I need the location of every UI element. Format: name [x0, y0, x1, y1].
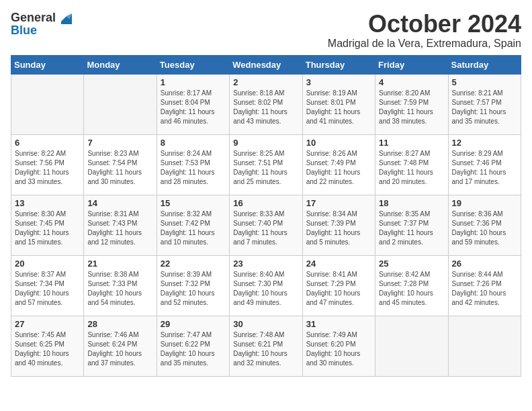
day-number: 13 [15, 198, 80, 208]
calendar-cell: 27Sunrise: 7:45 AMSunset: 6:25 PMDayligh… [11, 316, 84, 376]
calendar-cell: 5Sunrise: 8:21 AMSunset: 7:57 PMDaylight… [448, 74, 521, 134]
day-info: Sunrise: 8:25 AMSunset: 7:51 PMDaylight:… [233, 149, 298, 187]
day-number: 26 [452, 259, 517, 269]
day-number: 21 [87, 259, 152, 269]
calendar-cell: 28Sunrise: 7:46 AMSunset: 6:24 PMDayligh… [84, 316, 157, 376]
day-number: 2 [233, 77, 298, 87]
calendar-cell: 4Sunrise: 8:20 AMSunset: 7:59 PMDaylight… [375, 74, 448, 134]
calendar-week-row: 1Sunrise: 8:17 AMSunset: 8:04 PMDaylight… [11, 74, 521, 134]
calendar-cell: 26Sunrise: 8:44 AMSunset: 7:26 PMDayligh… [448, 255, 521, 316]
calendar-cell: 14Sunrise: 8:31 AMSunset: 7:43 PMDayligh… [84, 195, 157, 255]
calendar-cell: 12Sunrise: 8:29 AMSunset: 7:46 PMDayligh… [448, 134, 521, 195]
calendar-week-row: 27Sunrise: 7:45 AMSunset: 6:25 PMDayligh… [11, 316, 521, 376]
day-info: Sunrise: 8:33 AMSunset: 7:40 PMDaylight:… [233, 210, 298, 247]
weekday-header: Wednesday [230, 55, 302, 74]
day-info: Sunrise: 8:24 AMSunset: 7:53 PMDaylight:… [161, 149, 226, 187]
day-info: Sunrise: 8:21 AMSunset: 7:57 PMDaylight:… [452, 89, 517, 126]
day-info: Sunrise: 8:18 AMSunset: 8:02 PMDaylight:… [233, 89, 298, 126]
day-number: 14 [87, 198, 152, 208]
weekday-header-row: SundayMondayTuesdayWednesdayThursdayFrid… [11, 55, 521, 74]
calendar-cell [11, 74, 84, 134]
day-number: 31 [306, 319, 371, 329]
calendar-cell: 3Sunrise: 8:19 AMSunset: 8:01 PMDaylight… [302, 74, 375, 134]
calendar-cell: 1Sunrise: 8:17 AMSunset: 8:04 PMDaylight… [157, 74, 229, 134]
calendar-cell: 16Sunrise: 8:33 AMSunset: 7:40 PMDayligh… [230, 195, 302, 255]
day-number: 4 [379, 77, 444, 87]
logo-general-text: General [11, 11, 56, 24]
day-info: Sunrise: 8:20 AMSunset: 7:59 PMDaylight:… [379, 89, 444, 126]
logo-icon [57, 9, 72, 24]
day-number: 11 [379, 138, 444, 148]
calendar-cell [84, 74, 157, 134]
weekday-header: Sunday [11, 55, 84, 74]
calendar-cell: 18Sunrise: 8:35 AMSunset: 7:37 PMDayligh… [375, 195, 448, 255]
calendar-cell: 22Sunrise: 8:39 AMSunset: 7:32 PMDayligh… [157, 255, 229, 316]
calendar-table: SundayMondayTuesdayWednesdayThursdayFrid… [11, 55, 521, 377]
day-info: Sunrise: 8:35 AMSunset: 7:37 PMDaylight:… [379, 210, 444, 247]
day-number: 25 [379, 259, 444, 269]
day-number: 8 [161, 138, 226, 148]
day-number: 28 [87, 319, 152, 329]
day-info: Sunrise: 8:23 AMSunset: 7:54 PMDaylight:… [87, 149, 152, 187]
day-info: Sunrise: 8:41 AMSunset: 7:29 PMDaylight:… [306, 270, 371, 308]
day-number: 15 [161, 198, 226, 208]
calendar-cell: 17Sunrise: 8:34 AMSunset: 7:39 PMDayligh… [302, 195, 375, 255]
calendar-cell: 25Sunrise: 8:42 AMSunset: 7:28 PMDayligh… [375, 255, 448, 316]
day-info: Sunrise: 8:38 AMSunset: 7:33 PMDaylight:… [87, 270, 152, 308]
day-number: 29 [161, 319, 226, 329]
calendar-cell: 24Sunrise: 8:41 AMSunset: 7:29 PMDayligh… [302, 255, 375, 316]
calendar-cell: 31Sunrise: 7:49 AMSunset: 6:20 PMDayligh… [302, 316, 375, 376]
calendar-cell: 2Sunrise: 8:18 AMSunset: 8:02 PMDaylight… [230, 74, 302, 134]
weekday-header: Friday [375, 55, 448, 74]
logo-blue-text: Blue [11, 24, 37, 36]
day-info: Sunrise: 8:32 AMSunset: 7:42 PMDaylight:… [161, 210, 226, 247]
title-area: October 2024 Madrigal de la Vera, Extrem… [328, 11, 521, 50]
day-info: Sunrise: 8:40 AMSunset: 7:30 PMDaylight:… [233, 270, 298, 308]
calendar-cell: 23Sunrise: 8:40 AMSunset: 7:30 PMDayligh… [230, 255, 302, 316]
day-info: Sunrise: 8:19 AMSunset: 8:01 PMDaylight:… [306, 89, 371, 126]
day-info: Sunrise: 7:46 AMSunset: 6:24 PMDaylight:… [87, 330, 152, 368]
logo: General Blue [11, 11, 72, 36]
page-header: General Blue October 2024 Madrigal de la… [11, 11, 521, 50]
calendar-cell: 19Sunrise: 8:36 AMSunset: 7:36 PMDayligh… [448, 195, 521, 255]
day-number: 20 [15, 259, 80, 269]
calendar-cell: 21Sunrise: 8:38 AMSunset: 7:33 PMDayligh… [84, 255, 157, 316]
weekday-header: Thursday [302, 55, 375, 74]
day-number: 16 [233, 198, 298, 208]
calendar-cell: 29Sunrise: 7:47 AMSunset: 6:22 PMDayligh… [157, 316, 229, 376]
calendar-cell: 7Sunrise: 8:23 AMSunset: 7:54 PMDaylight… [84, 134, 157, 195]
calendar-cell: 15Sunrise: 8:32 AMSunset: 7:42 PMDayligh… [157, 195, 229, 255]
day-info: Sunrise: 8:17 AMSunset: 8:04 PMDaylight:… [161, 89, 226, 126]
day-number: 17 [306, 198, 371, 208]
calendar-cell: 9Sunrise: 8:25 AMSunset: 7:51 PMDaylight… [230, 134, 302, 195]
day-number: 7 [87, 138, 152, 148]
day-info: Sunrise: 7:47 AMSunset: 6:22 PMDaylight:… [161, 330, 226, 368]
calendar-cell: 20Sunrise: 8:37 AMSunset: 7:34 PMDayligh… [11, 255, 84, 316]
day-info: Sunrise: 8:30 AMSunset: 7:45 PMDaylight:… [15, 210, 80, 247]
day-info: Sunrise: 8:36 AMSunset: 7:36 PMDaylight:… [452, 210, 517, 247]
weekday-header: Saturday [448, 55, 521, 74]
location-title: Madrigal de la Vera, Extremadura, Spain [328, 38, 521, 50]
day-number: 9 [233, 138, 298, 148]
day-info: Sunrise: 8:31 AMSunset: 7:43 PMDaylight:… [87, 210, 152, 247]
day-number: 1 [161, 77, 226, 87]
weekday-header: Monday [84, 55, 157, 74]
day-info: Sunrise: 7:49 AMSunset: 6:20 PMDaylight:… [306, 330, 371, 368]
day-number: 22 [161, 259, 226, 269]
day-info: Sunrise: 8:44 AMSunset: 7:26 PMDaylight:… [452, 270, 517, 308]
day-number: 3 [306, 77, 371, 87]
calendar-cell: 10Sunrise: 8:26 AMSunset: 7:49 PMDayligh… [302, 134, 375, 195]
calendar-week-row: 13Sunrise: 8:30 AMSunset: 7:45 PMDayligh… [11, 195, 521, 255]
day-info: Sunrise: 8:34 AMSunset: 7:39 PMDaylight:… [306, 210, 371, 247]
day-info: Sunrise: 8:37 AMSunset: 7:34 PMDaylight:… [15, 270, 80, 308]
day-info: Sunrise: 8:39 AMSunset: 7:32 PMDaylight:… [161, 270, 226, 308]
calendar-cell [375, 316, 448, 376]
day-number: 19 [452, 198, 517, 208]
day-number: 24 [306, 259, 371, 269]
day-number: 5 [452, 77, 517, 87]
month-title: October 2024 [328, 11, 521, 38]
day-number: 18 [379, 198, 444, 208]
day-number: 23 [233, 259, 298, 269]
day-info: Sunrise: 7:45 AMSunset: 6:25 PMDaylight:… [15, 330, 80, 368]
calendar-week-row: 6Sunrise: 8:22 AMSunset: 7:56 PMDaylight… [11, 134, 521, 195]
